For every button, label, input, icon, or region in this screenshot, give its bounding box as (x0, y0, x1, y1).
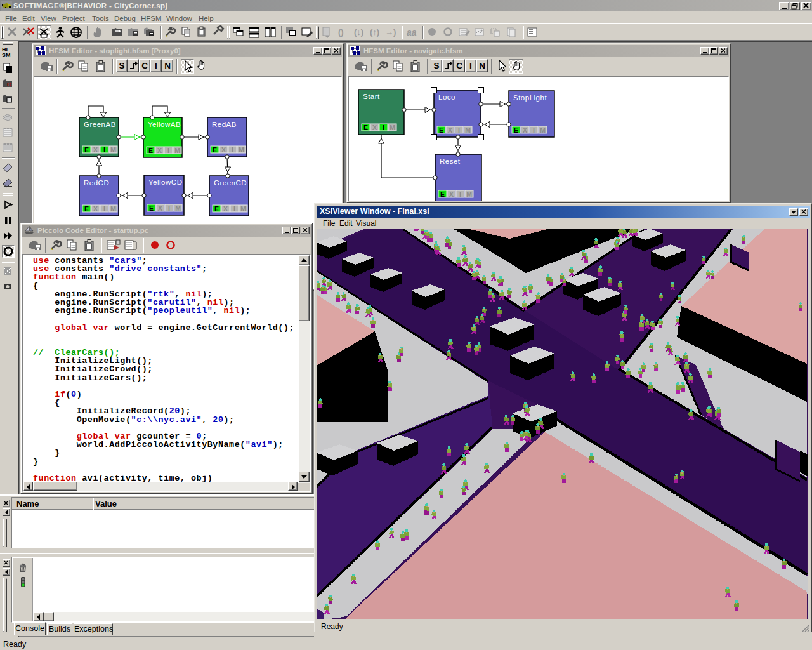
svg-text:Start: Start (363, 93, 380, 100)
svg-text:StopLight: StopLight (513, 94, 547, 102)
svg-text:M: M (175, 204, 181, 212)
svg-text:aa: aa (407, 27, 417, 37)
svg-text:X: X (157, 147, 162, 154)
svg-text:(↑): (↑) (370, 27, 379, 37)
svg-text:E: E (84, 205, 89, 213)
svg-text:Loco: Loco (438, 93, 455, 101)
svg-text:M: M (110, 146, 116, 154)
svg-text:E: E (84, 146, 89, 154)
svg-text:E: E (213, 146, 217, 154)
svg-text:C: C (7, 81, 11, 88)
svg-text:X: X (93, 146, 98, 154)
svg-text:X: X (448, 126, 452, 134)
svg-text:M: M (174, 147, 180, 154)
svg-text:M: M (239, 146, 244, 154)
svg-text:I: I (233, 205, 235, 213)
svg-text:M: M (540, 126, 546, 134)
svg-text:I: I (459, 190, 461, 198)
svg-text:E: E (363, 124, 368, 131)
svg-text:E: E (514, 126, 518, 134)
svg-text:E: E (440, 190, 445, 198)
svg-text:X: X (523, 126, 527, 134)
svg-text:RedAB: RedAB (212, 121, 237, 128)
svg-text:I: I (383, 124, 384, 131)
svg-text:YellowAB: YellowAB (148, 121, 181, 128)
svg-text:M: M (390, 124, 395, 131)
svg-text:E: E (149, 204, 154, 212)
svg-text:I: I (533, 126, 535, 134)
svg-text:X: X (223, 205, 228, 213)
svg-text:Reset: Reset (440, 157, 461, 165)
svg-text:GreenAB: GreenAB (84, 121, 116, 128)
svg-text:M: M (466, 190, 472, 198)
svg-text:RedCD: RedCD (84, 179, 109, 187)
svg-text:I: I (458, 126, 460, 134)
svg-text:M: M (465, 126, 471, 134)
svg-text:I: I (168, 204, 170, 212)
svg-text:I: I (103, 146, 105, 154)
svg-text:X: X (93, 205, 98, 213)
svg-text:X: X (158, 204, 162, 212)
svg-text:E: E (214, 205, 219, 213)
svg-text:E: E (439, 126, 443, 134)
svg-text:M: M (240, 205, 246, 213)
svg-text:E: E (148, 147, 153, 154)
svg-text:YellowCD: YellowCD (148, 178, 182, 186)
svg-text:I: I (103, 205, 105, 213)
svg-text:X: X (372, 124, 377, 131)
svg-text:(): () (338, 27, 344, 37)
svg-text:X: X (449, 190, 454, 198)
svg-text:I: I (232, 146, 233, 154)
svg-text:→): →) (385, 27, 396, 37)
svg-text:GreenCD: GreenCD (214, 179, 247, 187)
svg-text:X: X (221, 146, 226, 154)
svg-text:I: I (167, 147, 169, 154)
svg-text:(↓): (↓) (354, 27, 363, 37)
svg-text:M: M (110, 205, 116, 213)
